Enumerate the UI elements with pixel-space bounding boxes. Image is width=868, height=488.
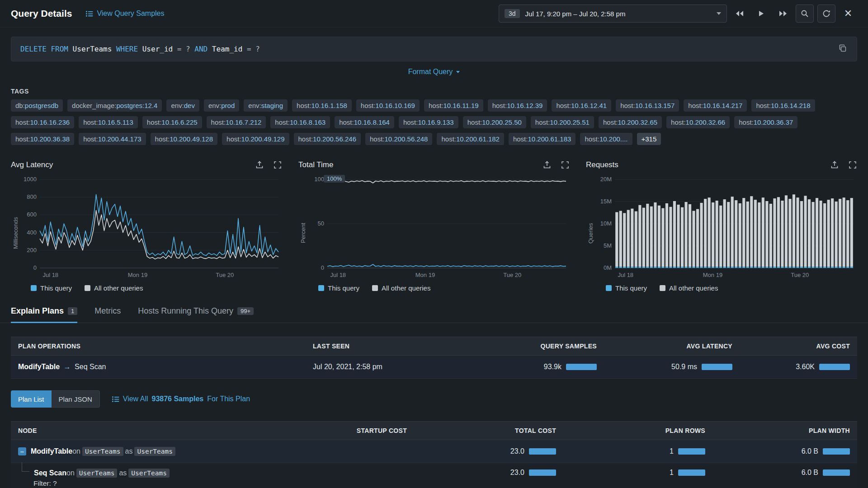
tag-pill[interactable]: host:10.200.32.65 — [599, 116, 662, 128]
close-button[interactable]: ✕ — [839, 5, 857, 23]
legend-item[interactable]: All other queries — [660, 284, 718, 292]
legend-item[interactable]: This query — [318, 284, 359, 292]
tag-pill[interactable]: host:10.16.6.225 — [142, 116, 202, 128]
alias-chip: UserTeams — [128, 469, 170, 478]
view-all-samples-link[interactable]: View All 93876 Samples For This Plan — [112, 395, 250, 403]
export-chart-button[interactable] — [830, 160, 839, 169]
tag-pill[interactable]: host:10.200.61.182 — [437, 133, 504, 145]
tag-key: host: — [275, 118, 290, 126]
tag-pill[interactable]: host:10.16.8.164 — [335, 116, 394, 128]
format-query-link[interactable]: Format Query — [408, 68, 460, 76]
copy-icon — [839, 44, 847, 52]
export-icon — [830, 161, 839, 169]
plan-list-button[interactable]: Plan List — [11, 390, 52, 408]
tag-pill[interactable]: env:prod — [204, 99, 239, 112]
tag-pill[interactable]: host:10.200.... — [580, 133, 632, 145]
query-details-page: Query Details View Query Samples 3d Jul … — [0, 0, 868, 488]
tag-pill[interactable]: host:10.16.5.113 — [79, 116, 138, 128]
export-chart-button[interactable] — [255, 160, 264, 169]
expand-chart-button[interactable] — [273, 160, 282, 169]
tag-pill[interactable]: host:10.200.49.128 — [151, 133, 217, 145]
col-plan-operations: PLAN OPERATIONS — [11, 343, 306, 350]
tab-explain-plans[interactable]: Explain Plans1 — [11, 306, 77, 323]
tag-pill[interactable]: host:10.16.1.158 — [292, 99, 352, 112]
tag-value: 10.16.16.236 — [30, 118, 70, 126]
tag-more-pill[interactable]: +315 — [637, 133, 661, 145]
expand-chart-button[interactable] — [561, 160, 570, 169]
tag-value: dev — [184, 102, 195, 109]
table-chip: UserTeams — [82, 447, 123, 456]
plan-json-button[interactable]: Plan JSON — [52, 390, 100, 408]
collapse-icon[interactable]: − — [18, 447, 26, 455]
tag-pill[interactable]: host:10.200.25.51 — [531, 116, 594, 128]
y-axis-label: Queries — [586, 175, 595, 280]
sql-token: DELETE — [20, 45, 51, 53]
legend-swatch — [31, 285, 37, 291]
tag-pill[interactable]: host:10.16.16.236 — [11, 116, 74, 128]
tag-pill[interactable]: host:10.16.13.157 — [616, 99, 679, 112]
tag-pill[interactable]: host:10.200.36.38 — [11, 133, 74, 145]
svg-text:Tue 20: Tue 20 — [791, 272, 809, 278]
tag-pill[interactable]: host:10.16.11.19 — [424, 99, 483, 112]
tag-value: 10.16.1.158 — [311, 102, 347, 109]
legend-item[interactable]: All other queries — [372, 284, 430, 292]
chart-canvas[interactable]: 050100Jul 18Mon 19Tue 20 — [307, 175, 569, 280]
tag-pill[interactable]: db:postgresdb — [11, 99, 63, 112]
tag-pill[interactable]: host:10.16.14.218 — [751, 99, 815, 112]
chart-canvas[interactable]: 0M5M10M15M20MJul 18Mon 19Tue 20 — [595, 175, 856, 280]
tag-pill[interactable]: env:dev — [166, 99, 199, 112]
svg-text:Tue 20: Tue 20 — [503, 272, 521, 278]
tag-pill[interactable]: docker_image:postgres:12.4 — [67, 99, 162, 112]
export-chart-button[interactable] — [542, 160, 552, 169]
tag-pill[interactable]: host:10.200.44.173 — [79, 133, 146, 145]
tag-pill[interactable]: host:10.200.56.246 — [294, 133, 361, 145]
time-range-select[interactable]: 3d Jul 17, 9:20 pm – Jul 20, 2:58 pm — [499, 5, 727, 23]
tag-pill[interactable]: host:10.200.25.50 — [463, 116, 526, 128]
legend-label: This query — [40, 284, 72, 292]
tag-pill[interactable]: host:10.200.56.248 — [365, 133, 432, 145]
tag-pill[interactable]: host:10.200.36.37 — [734, 116, 797, 128]
play-button[interactable] — [752, 5, 770, 23]
col-startup-cost: STARTUP COST — [278, 427, 414, 434]
zoom-button[interactable] — [796, 5, 814, 23]
tag-value: postgresdb — [25, 102, 58, 109]
svg-text:0: 0 — [33, 264, 37, 271]
tag-pill[interactable]: host:10.16.12.41 — [552, 99, 611, 112]
tab-badge: 1 — [68, 307, 77, 315]
refresh-button[interactable] — [817, 5, 835, 23]
plan-row[interactable]: ModifyTable → Seq Scan Jul 20, 2021, 2:5… — [11, 356, 857, 379]
node-cell: Seq Scan on UserTeams as UserTeamsFilter… — [11, 463, 278, 488]
chart-avg-latency: Avg Latency Milliseconds 020040060080010… — [11, 160, 282, 292]
chart-canvas[interactable]: 02004006008001000Jul 18Mon 19Tue 20 — [20, 175, 281, 280]
tag-pill[interactable]: host:10.16.12.39 — [488, 99, 547, 112]
tag-pill[interactable]: host:10.16.10.169 — [356, 99, 420, 112]
export-icon — [543, 161, 551, 169]
tag-pill[interactable]: env:staging — [244, 99, 288, 112]
tag-pill[interactable]: host:10.200.61.183 — [509, 133, 576, 145]
tab-metrics[interactable]: Metrics — [94, 306, 121, 323]
tag-pill[interactable]: host:10.16.9.133 — [399, 116, 458, 128]
expand-chart-button[interactable] — [848, 160, 857, 169]
tag-pill[interactable]: host:10.16.7.212 — [207, 116, 266, 128]
word-as: as — [119, 469, 127, 477]
col-avg-cost: AVG COST — [740, 343, 857, 350]
fast-forward-button[interactable] — [774, 5, 792, 23]
legend-item[interactable]: This query — [606, 284, 647, 292]
tag-pill[interactable]: host:10.200.32.66 — [666, 116, 730, 128]
tag-value: 10.16.14.218 — [771, 102, 811, 109]
legend-item[interactable]: This query — [31, 284, 72, 292]
tag-pill[interactable]: host:10.16.14.217 — [684, 99, 747, 112]
node-row[interactable]: −ModifyTable on UserTeams as UserTeams23… — [11, 440, 857, 463]
copy-query-button[interactable] — [838, 43, 848, 55]
value-bar — [819, 364, 850, 370]
tag-pill[interactable]: host:10.200.49.129 — [222, 133, 289, 145]
rewind-button[interactable] — [731, 5, 749, 23]
node-row[interactable]: Seq Scan on UserTeams as UserTeamsFilter… — [11, 463, 857, 488]
legend-item[interactable]: All other queries — [85, 284, 143, 292]
tag-key: host: — [739, 118, 754, 126]
tag-pill[interactable]: host:10.16.8.163 — [270, 116, 330, 128]
format-query-label: Format Query — [408, 68, 453, 76]
view-query-samples-link[interactable]: View Query Samples — [85, 9, 164, 18]
plan-controls: Plan List Plan JSON View All 93876 Sampl… — [11, 390, 857, 408]
tab-hosts-running-this-query[interactable]: Hosts Running This Query99+ — [138, 306, 254, 323]
